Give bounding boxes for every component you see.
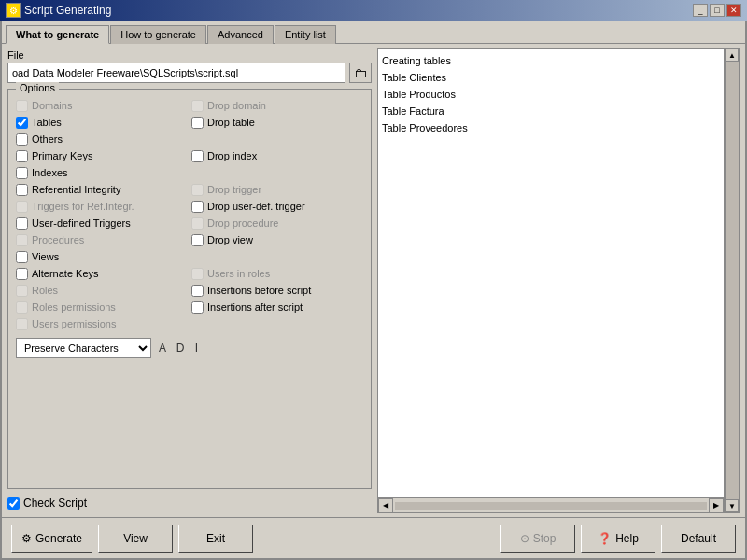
primary-keys-checkbox[interactable] (16, 150, 28, 162)
checkbox-views: Views (16, 248, 188, 265)
domains-label: Domains (32, 100, 72, 111)
checkbox-primary-keys: Primary Keys (16, 147, 188, 164)
insertions-before-checkbox[interactable] (191, 285, 204, 297)
generate-icon: ⚙ (21, 532, 32, 545)
preserve-select[interactable]: Preserve Characters Uppercase Lowercase (16, 338, 151, 358)
drop-domain-checkbox[interactable] (191, 100, 204, 112)
user-triggers-checkbox[interactable] (16, 217, 28, 230)
checkbox-others: Others (16, 131, 188, 147)
tables-checkbox[interactable] (16, 117, 28, 129)
checkbox-triggers-ref: Triggers for Ref.Integr. (16, 198, 188, 215)
file-row: 🗀 (7, 63, 372, 83)
options-legend: Options (16, 82, 59, 93)
output-line: Table Clientes (382, 69, 720, 86)
default-button[interactable]: Default (661, 525, 736, 553)
roles-permissions-checkbox[interactable] (16, 301, 28, 314)
view-button[interactable]: View (98, 525, 173, 553)
checkbox-users-in-roles: Users in roles (191, 265, 363, 282)
checkbox-indexes: Indexes (16, 164, 188, 181)
options-right-column: Drop domain Drop table Drop index (191, 97, 363, 332)
title-bar: ⚙ Script Generating _ □ ✕ (0, 0, 747, 21)
checkbox-alternate-keys: Alternate Keys (16, 265, 188, 282)
scroll-down-button[interactable]: ▼ (726, 499, 739, 512)
drop-procedure-checkbox[interactable] (191, 217, 204, 230)
users-in-roles-label: Users in roles (207, 268, 270, 279)
insertions-after-checkbox[interactable] (191, 301, 204, 314)
others-label: Others (32, 133, 63, 145)
checkbox-drop-user-trigger: Drop user-def. trigger (191, 198, 363, 215)
roles-checkbox[interactable] (16, 285, 28, 297)
checkbox-drop-procedure: Drop procedure (191, 215, 363, 231)
options-left-column: Domains Tables Others Primary Keys (16, 97, 188, 332)
file-browse-button[interactable]: 🗀 (349, 63, 372, 83)
views-checkbox[interactable] (16, 251, 28, 263)
folder-icon: 🗀 (354, 65, 367, 80)
checkbox-roles-permissions: Roles permissions (16, 299, 188, 315)
output-wrapper: Creating tablesTable ClientesTable Produ… (377, 48, 725, 513)
v-scrollbar: ▲ ▼ (725, 48, 740, 513)
check-script-label: Check Script (23, 497, 87, 510)
checkbox-insertions-after: Insertions after script (191, 299, 363, 315)
tables-label: Tables (32, 117, 62, 128)
users-in-roles-checkbox[interactable] (191, 268, 204, 280)
drop-domain-label: Drop domain (207, 100, 266, 111)
drop-table-checkbox[interactable] (191, 117, 204, 129)
checkbox-user-triggers: User-defined Triggers (16, 215, 188, 231)
checkbox-drop-domain: Drop domain (191, 97, 363, 114)
checkbox-drop-index: Drop index (191, 147, 363, 164)
h-scrollbar[interactable]: ◀ ▶ (377, 498, 725, 513)
stop-button[interactable]: ⊙ Stop (500, 525, 575, 553)
drop-procedure-label: Drop procedure (207, 217, 278, 229)
tab-how-to-generate[interactable]: How to generate (110, 25, 206, 44)
close-button[interactable]: ✕ (726, 4, 741, 17)
drop-view-checkbox[interactable] (191, 234, 204, 246)
tab-what-to-generate[interactable]: What to generate (6, 25, 109, 44)
checkbox-domains: Domains (16, 97, 188, 114)
checkbox-procedures: Procedures (16, 231, 188, 248)
tab-advanced[interactable]: Advanced (207, 25, 274, 44)
drop-user-trigger-checkbox[interactable] (191, 201, 204, 213)
users-permissions-checkbox[interactable] (16, 318, 28, 330)
drop-index-checkbox[interactable] (191, 150, 204, 162)
ref-integrity-checkbox[interactable] (16, 184, 28, 196)
scroll-left-button[interactable]: ◀ (378, 498, 393, 513)
drop-trigger-checkbox[interactable] (191, 184, 204, 196)
check-script-checkbox[interactable] (7, 497, 20, 510)
tab-entity-list[interactable]: Entity list (275, 25, 336, 44)
users-permissions-label: Users permissions (32, 318, 116, 329)
procedures-label: Procedures (32, 234, 84, 245)
button-bar: ⚙ Generate View Exit ⊙ Stop ❓ Help Defau… (2, 517, 745, 558)
alternate-keys-checkbox[interactable] (16, 268, 28, 280)
triggers-ref-checkbox[interactable] (16, 201, 28, 213)
generate-button[interactable]: ⚙ Generate (11, 525, 92, 553)
output-line: Table Proveedores (382, 119, 720, 136)
scroll-up-button[interactable]: ▲ (726, 49, 739, 62)
checkbox-drop-trigger: Drop trigger (191, 181, 363, 198)
checkbox-drop-view: Drop view (191, 231, 363, 248)
insertions-before-label: Insertions before script (207, 285, 311, 296)
output-area: Creating tablesTable ClientesTable Produ… (377, 48, 725, 498)
domains-checkbox[interactable] (16, 100, 28, 112)
help-button[interactable]: ❓ Help (581, 525, 655, 553)
checkbox-tables: Tables (16, 114, 188, 131)
output-line: Table Productos (382, 86, 720, 103)
file-section: File 🗀 (7, 48, 372, 85)
tab-bar: What to generate How to generate Advance… (2, 21, 745, 43)
indexes-checkbox[interactable] (16, 167, 28, 179)
maximize-button[interactable]: □ (710, 4, 725, 17)
roles-label: Roles (32, 285, 58, 296)
drop-user-trigger-label: Drop user-def. trigger (207, 201, 305, 212)
right-panel: Creating tablesTable ClientesTable Produ… (377, 48, 740, 513)
scroll-thumb-area (726, 62, 739, 499)
checkbox-ref-integrity: Referential Integrity (16, 181, 188, 198)
scroll-right-button[interactable]: ▶ (709, 498, 724, 513)
file-input[interactable] (7, 63, 345, 83)
check-script-row: Check Script (7, 493, 372, 513)
stop-icon: ⊙ (520, 532, 529, 545)
views-label: Views (32, 251, 59, 262)
indexes-label: Indexes (32, 167, 68, 178)
procedures-checkbox[interactable] (16, 234, 28, 246)
minimize-button[interactable]: _ (693, 4, 708, 17)
exit-button[interactable]: Exit (178, 525, 253, 553)
others-checkbox[interactable] (16, 133, 28, 146)
